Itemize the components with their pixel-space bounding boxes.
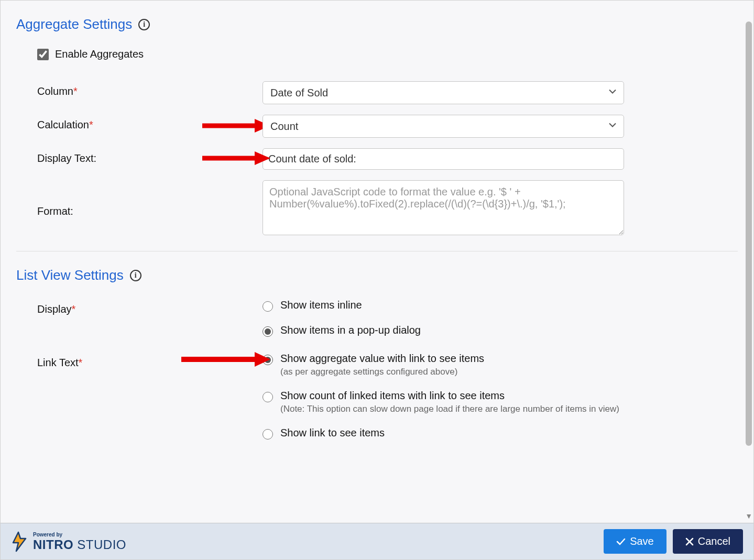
radio-label: Show items inline (280, 299, 362, 311)
radio-note: (as per aggregate settings configured ab… (280, 367, 484, 377)
footer-buttons: Save Cancel (604, 529, 743, 554)
display-option-popup[interactable]: Show items in a pop-up dialog (263, 324, 624, 337)
enable-aggregates-label: Enable Aggregates (55, 48, 144, 60)
linktext-label: Link Text* (37, 353, 263, 369)
enable-aggregates-checkbox[interactable] (37, 49, 49, 60)
display-label: Display* (37, 299, 263, 315)
info-icon[interactable]: i (130, 270, 141, 281)
logo-brand-text: NITRO STUDIO (33, 539, 126, 551)
aggregate-settings-title: Aggregate Settings i (16, 16, 738, 32)
footer: Powered by NITRO STUDIO Save Cancel (1, 523, 753, 559)
required-marker: * (79, 357, 83, 368)
radio-label: Show items in a pop-up dialog (280, 324, 421, 336)
footer-logo: Powered by NITRO STUDIO (11, 531, 126, 552)
check-icon (616, 537, 626, 546)
calculation-row: Calculation* Count (16, 115, 738, 138)
required-marker: * (72, 303, 76, 315)
required-marker: * (73, 85, 78, 97)
section-divider (16, 251, 738, 251)
logo-powered-text: Powered by (33, 532, 126, 537)
calculation-label: Calculation* (37, 115, 263, 131)
format-label: Format: (37, 201, 263, 217)
list-view-settings-title: List View Settings i (16, 267, 738, 283)
radio-label: Show count of linked items with link to … (280, 390, 619, 402)
linktext-radio-group: Show aggregate value with link to see it… (263, 353, 624, 440)
format-row: Format: (16, 180, 738, 238)
linktext-row: Link Text* Show aggregate value with lin… (16, 353, 738, 440)
radio-note: (Note: This option can slow down page lo… (280, 404, 619, 414)
format-textarea[interactable] (263, 180, 624, 235)
required-marker: * (89, 119, 93, 130)
display-option-inline[interactable]: Show items inline (263, 299, 624, 312)
linktext-option-link[interactable]: Show link to see items (263, 427, 624, 440)
display-text-row: Display Text: (16, 148, 738, 170)
column-select[interactable]: Date of Sold (263, 81, 624, 104)
display-text-input[interactable] (263, 148, 624, 170)
linktext-radio-count[interactable] (263, 392, 273, 402)
column-label: Column* (37, 81, 263, 97)
linktext-radio-link[interactable] (263, 429, 273, 440)
display-text-label: Display Text: (37, 148, 263, 164)
linktext-option-count[interactable]: Show count of linked items with link to … (263, 390, 624, 414)
listview-title-text: List View Settings (16, 267, 124, 283)
nitro-logo-icon (11, 531, 29, 552)
display-radio-popup[interactable] (263, 326, 273, 337)
calculation-select[interactable]: Count (263, 115, 624, 138)
aggregate-title-text: Aggregate Settings (16, 16, 132, 32)
display-row: Display* Show items inline Show items in… (16, 299, 738, 337)
display-radio-inline[interactable] (263, 301, 273, 312)
column-row: Column* Date of Sold (16, 81, 738, 104)
linktext-radio-aggregate[interactable] (263, 355, 273, 365)
radio-label: Show link to see items (280, 427, 385, 439)
cancel-label: Cancel (698, 535, 730, 547)
enable-aggregates-row: Enable Aggregates (16, 48, 738, 60)
info-icon[interactable]: i (138, 19, 150, 30)
save-button[interactable]: Save (604, 529, 666, 554)
linktext-option-aggregate[interactable]: Show aggregate value with link to see it… (263, 353, 624, 377)
radio-label: Show aggregate value with link to see it… (280, 353, 484, 365)
save-label: Save (630, 535, 654, 547)
main-content: Aggregate Settings i Enable Aggregates C… (1, 1, 753, 523)
cancel-button[interactable]: Cancel (673, 529, 743, 554)
display-radio-group: Show items inline Show items in a pop-up… (263, 299, 624, 337)
close-icon (685, 537, 694, 546)
